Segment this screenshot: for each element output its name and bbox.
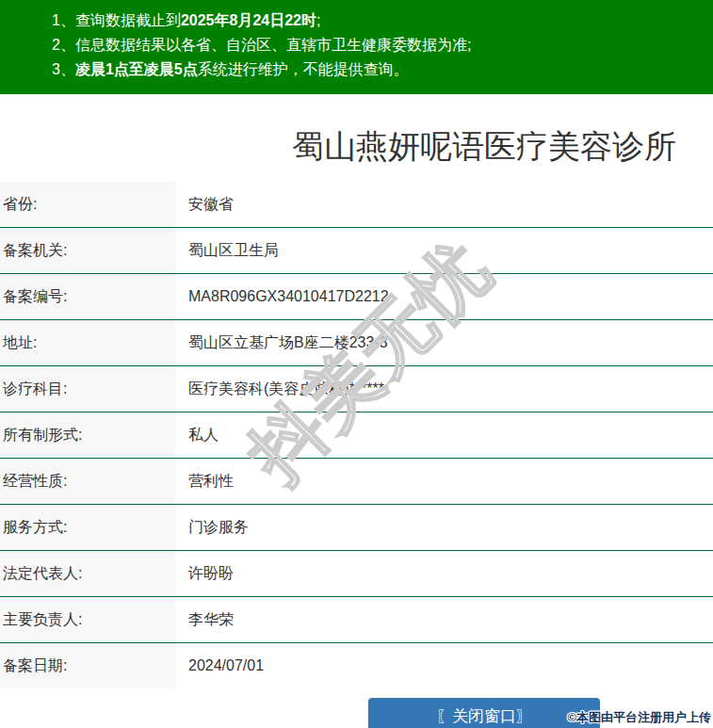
record-row-address: 地址: 蜀山区立基广场B座二楼233-3 [0,320,713,366]
record-value: 李华荣 [176,597,234,642]
record-value: 门诊服务 [176,505,249,550]
record-value: 2024/07/01 [176,643,264,688]
notice-line-3: 3、凌晨1点至凌晨5点系统进行维护，不能提供查询。 [52,57,704,82]
page-title: 蜀山燕妍呢语医疗美容诊所 [0,129,713,163]
record-value: 蜀山区卫生局 [176,228,279,273]
upload-attribution-watermark: ©本图由平台注册用户上传 [567,709,711,726]
record-label: 法定代表人: [0,551,176,596]
record-label: 备案机关: [0,228,176,273]
record-value: 营利性 [176,459,234,504]
record-value: 安徽省 [176,182,234,227]
notice-line-1: 1、查询数据截止到2025年8月24日22时; [52,8,704,33]
notice-text-bold: 凌晨1点至凌晨5点 [75,61,198,77]
record-row-principal-person: 主要负责人: 李华荣 [0,597,713,643]
record-value: MA8R096GX34010417D2212 [176,274,389,319]
record-row-ownership-form: 所有制形式: 私人 [0,413,713,459]
record-row-treatment-subjects: 诊疗科目: 医疗美容科(美容皮肤科)****** [0,366,713,413]
record-label: 诊疗科目: [0,366,176,412]
record-value: 医疗美容科(美容皮肤科)****** [176,366,384,412]
notice-line-2: 2、信息数据结果以各省、自治区、直辖市卫生健康委数据为准; [52,33,704,57]
record-label: 主要负责人: [0,597,176,642]
notice-text: 查询数据截止到 [75,12,181,28]
record-label: 所有制形式: [0,413,176,458]
record-row-filing-number: 备案编号: MA8R096GX34010417D2212 [0,274,713,320]
notice-text: ; [316,12,320,28]
record-row-legal-representative: 法定代表人: 许盼盼 [0,551,713,597]
record-row-filing-authority: 备案机关: 蜀山区卫生局 [0,228,713,274]
record-label: 服务方式: [0,505,176,550]
record-value: 蜀山区立基广场B座二楼233-3 [176,320,388,365]
record-table: 省份: 安徽省 备案机关: 蜀山区卫生局 备案编号: MA8R096GX3401… [0,182,713,688]
record-label: 经营性质: [0,459,176,504]
record-label: 地址: [0,320,176,365]
notice-text: 信息数据结果以各省、自治区、直辖市卫生健康委数据为准; [75,37,471,53]
record-value: 私人 [176,413,219,458]
close-window-button[interactable]: 〖关闭窗口〗 [368,698,600,728]
notice-text-bold: 2025年8月24日22时 [181,12,316,28]
record-row-service-mode: 服务方式: 门诊服务 [0,505,713,551]
record-row-business-nature: 经营性质: 营利性 [0,459,713,505]
record-label: 备案编号: [0,274,176,319]
record-row-filing-date: 备案日期: 2024/07/01 [0,643,713,688]
record-label: 备案日期: [0,643,176,688]
notice-text: 系统进行维护，不能提供查询。 [198,61,409,77]
notice-bar: 1、查询数据截止到2025年8月24日22时; 2、信息数据结果以各省、自治区、… [0,0,713,94]
notice-number: 2、 [52,37,75,53]
record-value: 许盼盼 [176,551,234,596]
record-row-province: 省份: 安徽省 [0,182,713,228]
notice-number: 1、 [52,12,75,28]
record-label: 省份: [0,182,176,227]
notice-number: 3、 [52,61,75,77]
